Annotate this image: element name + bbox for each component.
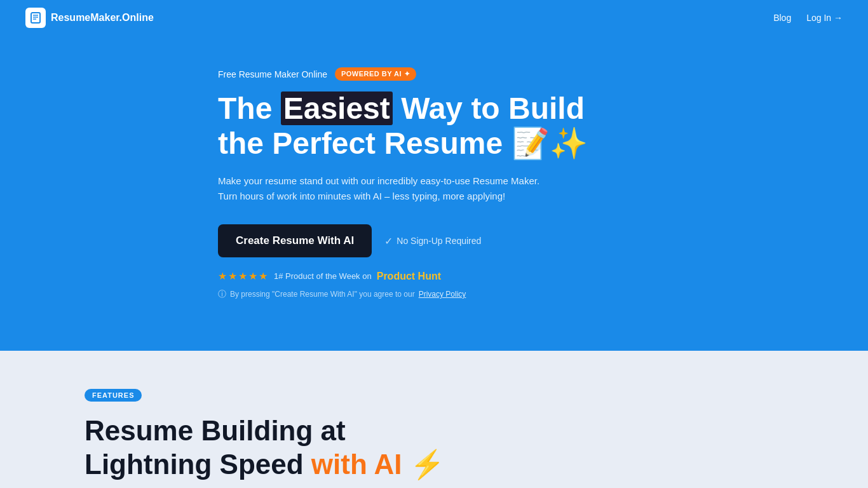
logo-icon: [25, 8, 46, 28]
privacy-link[interactable]: Privacy Policy: [419, 290, 466, 299]
privacy-text: By pressing "Create Resume With AI" you …: [230, 290, 415, 299]
login-link[interactable]: Log In →: [806, 13, 843, 23]
star-rating: ★★★★★: [218, 270, 269, 282]
hero-title-part1: The: [218, 92, 281, 125]
hero-title-part2: Way to Build: [393, 92, 585, 125]
no-signup-label: ✓ No Sign-Up Required: [384, 235, 481, 247]
hero-title: The Easiest Way to Build the Perfect Res…: [218, 91, 650, 161]
powered-badge: POWERED BY AI ✦: [335, 67, 416, 81]
ai-highlight: with AI: [311, 449, 402, 480]
blog-link[interactable]: Blog: [773, 13, 791, 23]
hero-cta-row: Create Resume With AI ✓ No Sign-Up Requi…: [218, 224, 650, 257]
privacy-row: ⓘ By pressing "Create Resume With AI" yo…: [218, 288, 650, 300]
product-hunt-link[interactable]: Product Hunt: [377, 271, 441, 282]
features-badge: FEATURES: [85, 389, 142, 402]
create-resume-button[interactable]: Create Resume With AI: [218, 224, 372, 257]
features-inner: FEATURES Resume Building atLightning Spe…: [85, 389, 783, 488]
no-signup-text: No Sign-Up Required: [397, 236, 481, 246]
lightning-emoji: ⚡: [402, 449, 444, 480]
hero-subtitle: Make your resume stand out with our incr…: [218, 173, 561, 204]
hero-title-highlight: Easiest: [281, 92, 393, 125]
hero-section: Free Resume Maker Online POWERED BY AI ✦…: [0, 36, 868, 351]
features-title: Resume Building atLightning Speed with A…: [85, 414, 783, 482]
hero-content: Free Resume Maker Online POWERED BY AI ✦…: [193, 67, 675, 300]
hero-title-line2: the Perfect Resume 📝✨: [218, 126, 588, 160]
checkmark-icon: ✓: [384, 235, 393, 247]
hero-top-label: Free Resume Maker Online POWERED BY AI ✦: [218, 67, 650, 81]
stars-row: ★★★★★ 1# Product of the Week on Product …: [218, 270, 650, 282]
navbar: ResumeMaker.Online Blog Log In →: [0, 0, 868, 36]
nav-right: Blog Log In →: [773, 13, 843, 23]
free-label: Free Resume Maker Online: [218, 69, 327, 79]
features-section: FEATURES Resume Building atLightning Spe…: [0, 351, 868, 488]
logo-text: ResumeMaker.Online: [51, 12, 154, 24]
logo[interactable]: ResumeMaker.Online: [25, 8, 154, 28]
product-hunt-text: 1# Product of the Week on: [274, 271, 372, 281]
svg-rect-0: [31, 13, 40, 23]
info-icon: ⓘ: [218, 288, 226, 300]
